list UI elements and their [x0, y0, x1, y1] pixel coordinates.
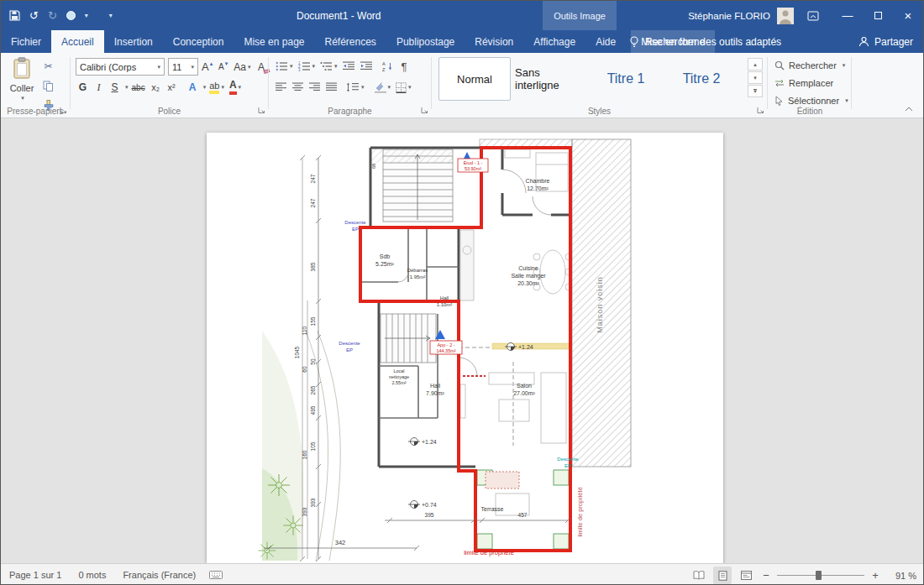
styles-scroll-up-button[interactable]: ▴: [748, 58, 763, 71]
tab-conception[interactable]: Conception: [163, 30, 234, 53]
tab-insertion[interactable]: Insertion: [104, 30, 163, 53]
tab-accueil[interactable]: Accueil: [51, 30, 104, 53]
language-indicator[interactable]: Français (France): [114, 564, 204, 585]
web-layout-button[interactable]: [737, 567, 755, 584]
italic-button[interactable]: I: [92, 79, 106, 96]
undo-button[interactable]: ↺: [29, 9, 39, 22]
dialog-launcher-icon[interactable]: [60, 107, 67, 114]
style-sans-interligne[interactable]: Sans interligne: [514, 57, 586, 101]
close-button[interactable]: ×: [893, 1, 923, 30]
maximize-button[interactable]: [863, 1, 893, 30]
entrance-arrow-icon: [435, 330, 445, 339]
room-hall1-area: 1.10m²: [437, 302, 453, 307]
print-layout-button[interactable]: [713, 567, 732, 584]
font-size-select[interactable]: 11 ▾: [168, 58, 198, 76]
bullets-button[interactable]: ▾: [274, 58, 295, 75]
dim-342: 342: [335, 539, 346, 546]
cut-button[interactable]: ✂: [41, 58, 55, 75]
shading-button[interactable]: ▾: [373, 79, 393, 96]
touch-mode-button[interactable]: [66, 11, 76, 20]
read-mode-button[interactable]: [690, 567, 708, 584]
shrink-font-button[interactable]: A▾: [216, 59, 230, 76]
tab-revision[interactable]: Révision: [465, 30, 523, 53]
unit-etud-area: 53.90m²: [465, 166, 481, 171]
zoom-in-button[interactable]: +: [869, 569, 881, 582]
styles-gallery-more-button[interactable]: ▾: [748, 85, 763, 97]
decrease-indent-button[interactable]: [341, 58, 357, 75]
minimize-button[interactable]: —: [832, 1, 863, 30]
text-effects-button[interactable]: A: [186, 79, 200, 96]
tab-fichier[interactable]: Fichier: [1, 30, 51, 53]
highlight-button[interactable]: ab▾: [207, 79, 226, 96]
tab-publipostage[interactable]: Publipostage: [386, 30, 465, 53]
tab-mise-en-page[interactable]: Mise en page: [234, 30, 314, 53]
avatar[interactable]: [777, 8, 794, 24]
align-left-button[interactable]: [274, 79, 289, 96]
replace-icon: [774, 79, 785, 87]
zoom-slider[interactable]: [777, 567, 864, 584]
caret-down-icon[interactable]: ▾: [203, 84, 207, 91]
font-color-button[interactable]: A▾: [228, 79, 243, 96]
change-case-icon: Aa: [234, 61, 246, 73]
tab-affichage[interactable]: Affichage: [523, 30, 585, 53]
zoom-slider-thumb[interactable]: [816, 571, 822, 580]
caret-down-icon: ▾: [334, 63, 338, 70]
share-button[interactable]: Partager: [858, 30, 913, 53]
bold-button[interactable]: G: [76, 79, 90, 96]
align-right-button[interactable]: [307, 79, 323, 96]
dialog-launcher-icon[interactable]: [258, 107, 265, 114]
zoom-percentage[interactable]: 91 %: [886, 571, 916, 581]
save-button[interactable]: [9, 10, 20, 21]
borders-button[interactable]: ▾: [394, 79, 413, 96]
caret-down-icon[interactable]: ▾: [125, 84, 129, 91]
tab-references[interactable]: Références: [315, 30, 386, 53]
show-paragraph-marks-button[interactable]: ¶: [397, 58, 412, 75]
status-bar: Page 1 sur 1 0 mots Français (France) − …: [1, 563, 923, 585]
maximize-icon: [874, 12, 882, 19]
font-family-select[interactable]: Calibri (Corps ▾: [76, 58, 165, 76]
find-button[interactable]: Rechercher ▾: [774, 58, 845, 73]
keyboard-icon[interactable]: [204, 571, 228, 579]
contextual-tab-group-header[interactable]: Outils Image: [543, 1, 617, 30]
superscript-button[interactable]: x²: [165, 79, 179, 96]
change-case-button[interactable]: Aa▾: [232, 59, 252, 76]
style-normal[interactable]: Normal: [438, 57, 511, 101]
paste-button[interactable]: Coller ▾: [6, 57, 38, 109]
underline-button[interactable]: S: [108, 79, 122, 96]
align-center-button[interactable]: [291, 79, 306, 96]
style-titre-1[interactable]: Titre 1: [590, 57, 662, 101]
ribbon-display-options-button[interactable]: [807, 10, 819, 22]
line-spacing-button[interactable]: ▾: [344, 79, 366, 96]
dialog-launcher-icon[interactable]: [757, 107, 764, 114]
styles-scroll-down-button[interactable]: ▾: [748, 71, 763, 84]
tell-me-search[interactable]: Rechercher des outils adaptés: [629, 30, 781, 53]
sort-button[interactable]: AZ: [381, 58, 396, 75]
tab-aide[interactable]: Aide: [585, 30, 626, 53]
copy-button[interactable]: [41, 77, 55, 94]
page-indicator[interactable]: Page 1 sur 1: [1, 564, 70, 585]
subscript-button[interactable]: x₂: [149, 79, 163, 96]
numbering-button[interactable]: 123 ▾: [297, 58, 318, 75]
caret-up-icon: ▴: [210, 60, 213, 67]
clear-formatting-button[interactable]: A: [254, 59, 268, 76]
caret-down-icon: ▾: [361, 84, 365, 91]
multilevel-list-button[interactable]: ▾: [318, 58, 339, 75]
replace-button[interactable]: Remplacer: [774, 76, 833, 91]
document-page[interactable]: Maison voisin: [207, 133, 723, 563]
dialog-launcher-icon[interactable]: [421, 107, 428, 114]
document-canvas[interactable]: Maison voisin: [1, 118, 923, 563]
justify-button[interactable]: [324, 79, 339, 96]
increase-indent-button[interactable]: [359, 58, 375, 75]
grow-font-button[interactable]: A▴: [200, 59, 214, 76]
strikethrough-button[interactable]: abc: [130, 79, 147, 96]
customize-qat-button[interactable]: ▾: [109, 12, 113, 19]
word-count[interactable]: 0 mots: [70, 564, 114, 585]
limite-propriete-vertical: limite de propriété: [576, 487, 584, 537]
zoom-out-button[interactable]: −: [760, 569, 772, 582]
redo-button[interactable]: ↻: [48, 9, 57, 22]
undo-dropdown-caret-icon[interactable]: ▾: [85, 12, 88, 19]
collapse-ribbon-button[interactable]: [905, 107, 913, 112]
style-titre-2[interactable]: Titre 2: [665, 57, 738, 101]
caret-down-icon: ▾: [312, 63, 316, 70]
user-name[interactable]: Stéphanie FLORIO: [688, 11, 770, 21]
